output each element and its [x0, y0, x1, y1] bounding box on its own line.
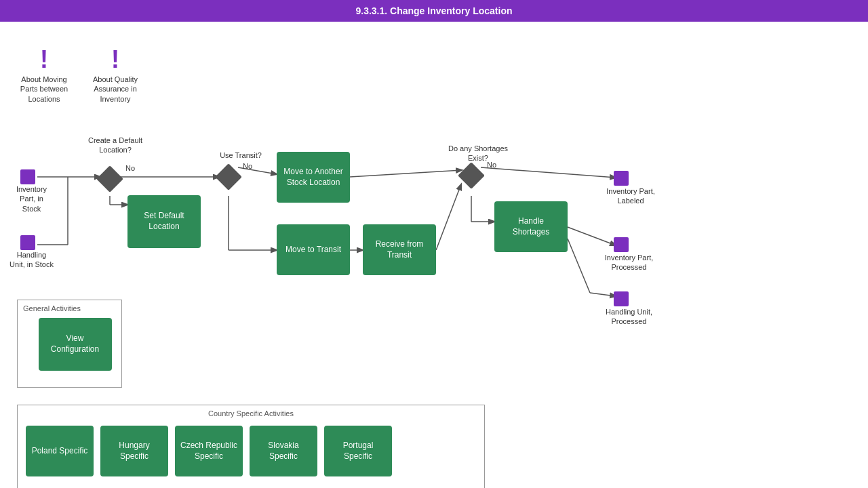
svg-line-10 [350, 170, 462, 177]
country-hungary[interactable]: Hungary Specific [100, 426, 168, 476]
act-handle-shortages[interactable]: Handle Shortages [494, 201, 568, 252]
note-quality-label: About Quality Assurance in Inventory [85, 75, 146, 104]
obj-inventory-processed-icon [614, 237, 629, 252]
gateway-shortages [458, 162, 485, 189]
country-items-list: Poland Specific Hungary Specific Czech R… [18, 420, 484, 485]
gateway-use-transit-label: Use Transit? [217, 150, 264, 160]
obj-inventory-labeled-icon [614, 171, 629, 186]
obj-inventory-labeled-label: Inventory Part, Labeled [604, 186, 658, 206]
svg-line-15 [568, 227, 616, 245]
svg-line-16 [568, 239, 590, 293]
svg-line-11 [436, 184, 461, 250]
general-activities-title: General Activities [18, 300, 121, 315]
gw1-no-label: No [125, 164, 135, 172]
gateway-default-location [96, 165, 123, 192]
country-activities-title: Country Specific Activities [18, 405, 484, 420]
country-portugal[interactable]: Portugal Specific [324, 426, 392, 476]
exclamation-icon-1: ! [40, 47, 48, 72]
gw3-no-label: No [487, 161, 496, 169]
act-set-default-location[interactable]: Set Default Location [127, 195, 201, 248]
country-activities-container: Country Specific Activities Poland Speci… [17, 405, 485, 488]
general-activities-container: General Activities View Configuration [17, 300, 122, 388]
note-moving-parts[interactable]: ! About Moving Parts between Locations [14, 47, 75, 104]
country-slovakia[interactable]: Slovakia Specific [250, 426, 317, 476]
gw2-no-label: No [243, 162, 252, 170]
gateway-shortages-label: Do any Shortages Exist? [448, 144, 509, 163]
country-poland[interactable]: Poland Specific [26, 426, 94, 476]
obj-handling-processed-label: Handling Unit, Processed [600, 307, 658, 327]
exclamation-icon-2: ! [111, 47, 119, 72]
obj-inventory-stock-label: Inventory Part, in Stock [9, 184, 54, 214]
obj-handling-stock-icon [20, 235, 35, 250]
obj-inventory-stock-icon [20, 169, 35, 184]
country-czech[interactable]: Czech Republic Specific [175, 426, 243, 476]
page-title: 9.3.3.1. Change Inventory Location [0, 0, 868, 22]
svg-line-17 [590, 293, 616, 296]
gateway-default-location-label: Create a Default Location? [85, 136, 146, 155]
act-move-transit[interactable]: Move to Transit [277, 224, 350, 275]
act-receive-transit[interactable]: Receive from Transit [363, 224, 436, 275]
obj-handling-stock-label: Handling Unit, in Stock [9, 250, 54, 270]
note-quality[interactable]: ! About Quality Assurance in Inventory [85, 47, 146, 104]
act-move-another-stock[interactable]: Move to Another Stock Location [277, 152, 350, 203]
obj-inventory-processed-label: Inventory Part, Processed [600, 253, 658, 272]
note-moving-parts-label: About Moving Parts between Locations [14, 75, 75, 104]
act-view-configuration[interactable]: View Configuration [39, 318, 112, 371]
svg-line-12 [481, 167, 616, 178]
obj-handling-processed-icon [614, 291, 629, 306]
gateway-use-transit [215, 163, 242, 190]
